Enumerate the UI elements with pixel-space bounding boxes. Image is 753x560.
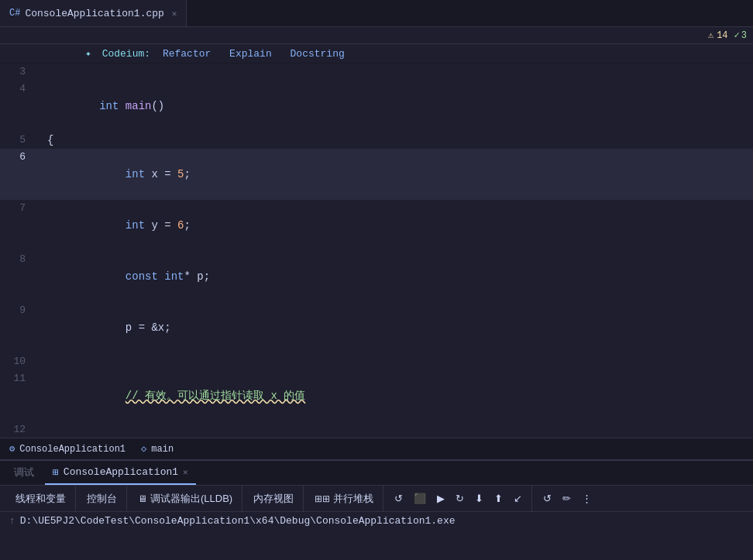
toolbar-section-extra: ↺ ✏ ⋮ xyxy=(534,486,601,511)
line-content-11[interactable]: // 有效。可以通过指针读取 x 的值 xyxy=(44,370,753,421)
tab-close-icon[interactable]: ✕ xyxy=(172,9,177,19)
code-line-4: 4 int main() xyxy=(0,81,753,132)
debug-tab-label: 调试 xyxy=(14,466,34,479)
play-icon: ▶ xyxy=(437,493,445,504)
parallel-stack-btn[interactable]: ⊞⊞ 并行堆栈 xyxy=(310,490,378,508)
more-options-icon: ⋮ xyxy=(582,493,592,504)
function-icon: ◇ xyxy=(141,443,146,455)
line-content-3[interactable] xyxy=(44,64,753,81)
step-out-btn[interactable]: ⬆ xyxy=(490,490,507,507)
line-number-7: 7 xyxy=(0,200,35,251)
parallel-icon: ⊞⊞ xyxy=(315,493,330,504)
status-item-project[interactable]: ⚙ ConsoleApplication1 xyxy=(9,443,126,455)
play-btn[interactable]: ▶ xyxy=(432,490,449,507)
toolbar-section-threads: 线程和变量 xyxy=(6,486,76,511)
check-num: 3 xyxy=(741,30,747,41)
code-line-6: 6 int x = 5; xyxy=(0,149,753,200)
restart-icon: ↻ xyxy=(456,493,464,504)
indent-9: p xyxy=(99,321,138,334)
space2-6 xyxy=(171,168,177,180)
line-content-6[interactable]: int x = 5; xyxy=(44,149,753,200)
tab-bar: C# ConsoleApplication1.cpp ✕ xyxy=(0,0,753,27)
toolbar-section-controls: ↺ ⬛ ▶ ↻ ⬇ ⬆ ↙ xyxy=(385,486,532,511)
step-down-icon: ⬇ xyxy=(475,493,483,504)
threads-variables-btn[interactable]: 线程和变量 xyxy=(11,490,70,508)
line-gutter-3 xyxy=(35,64,44,81)
warning-badge[interactable]: ⚠ 14 xyxy=(708,29,728,41)
semi-7: ; xyxy=(184,219,190,232)
line-number-8: 8 xyxy=(0,251,35,302)
function-label: main xyxy=(151,444,174,455)
indent-8 xyxy=(99,270,126,283)
editor: ✦ Codeium: Refactor Explain Docstring 3 … xyxy=(0,44,753,459)
func-name-4: main xyxy=(126,100,152,112)
edit-icon: ✏ xyxy=(562,493,571,504)
space2-7 xyxy=(171,219,177,232)
comment-11: // 有效。可以通过指针读取 x 的值 xyxy=(126,390,305,402)
console-btn[interactable]: 控制台 xyxy=(82,490,122,508)
keyword-int-7: int xyxy=(126,219,145,232)
codeium-refactor[interactable]: Refactor xyxy=(163,48,211,60)
warning-icon: ⚠ xyxy=(708,29,713,41)
memory-view-btn[interactable]: 内存视图 xyxy=(249,490,298,508)
line-content-9[interactable]: p = &x; xyxy=(44,302,753,353)
status-item-function[interactable]: ◇ main xyxy=(141,443,174,455)
panel-tab-console[interactable]: ⊞ ConsoleApplication1 ✕ xyxy=(45,461,196,485)
line-gutter-12 xyxy=(35,421,44,438)
tab-console-application[interactable]: C# ConsoleApplication1.cpp ✕ xyxy=(0,0,187,26)
project-icon: ⚙ xyxy=(9,443,15,455)
ptr-8: * p; xyxy=(184,270,210,283)
reload-icon: ↺ xyxy=(543,493,552,504)
line-number-5: 5 xyxy=(0,132,35,149)
codeium-docstring[interactable]: Docstring xyxy=(291,48,345,60)
codeium-icon: ✦ xyxy=(85,48,91,60)
indent-7 xyxy=(99,219,126,232)
line-content-8[interactable]: const int* p; xyxy=(44,251,753,302)
code-line-9: 9 p = &x; xyxy=(0,302,753,353)
refresh-icon: ↺ xyxy=(394,493,403,504)
line-number-11: 11 xyxy=(0,370,35,421)
var-x-6: x xyxy=(145,168,164,180)
line-content-4[interactable]: int main() xyxy=(44,81,753,132)
line-gutter-7 xyxy=(35,200,44,251)
code-area[interactable]: 3 4 int main() 5 { 6 int x = 5; xyxy=(0,64,753,438)
line-gutter-5 xyxy=(35,132,44,149)
tab-label: ConsoleApplication1.cpp xyxy=(25,8,163,19)
terminal-area[interactable]: ↑ D:\UE5PJ2\CodeTest\ConsoleApplication1… xyxy=(0,512,753,560)
checkmark-icon: ✓ xyxy=(734,29,740,41)
line-content-10[interactable] xyxy=(44,353,753,370)
toolbar-section-console: 控制台 xyxy=(77,486,127,511)
console-tab-close[interactable]: ✕ xyxy=(183,467,188,477)
line-content-12[interactable]: int value = *p; xyxy=(44,421,753,438)
reload-btn[interactable]: ↺ xyxy=(538,490,556,507)
op-eq-9: = xyxy=(139,321,145,334)
debugger-output-btn[interactable]: 🖥 调试器输出(LLDB) xyxy=(133,490,237,508)
console-label: 控制台 xyxy=(87,492,117,506)
toolbar-section-memory: 内存视图 xyxy=(244,486,304,511)
line-content-7[interactable]: int y = 6; xyxy=(44,200,753,251)
step-up-icon: ⬆ xyxy=(494,493,503,504)
code-line-5: 5 { xyxy=(0,132,753,149)
line-gutter-9 xyxy=(35,302,44,353)
line-content-5[interactable]: { xyxy=(44,132,753,149)
keyword-int-6: int xyxy=(126,168,145,180)
stop-btn[interactable]: ⬛ xyxy=(409,490,431,507)
panel-tab-debug[interactable]: 调试 xyxy=(6,461,42,485)
line-gutter-4 xyxy=(35,81,44,132)
codeium-bar: ✦ Codeium: Refactor Explain Docstring xyxy=(0,44,753,64)
restart-btn[interactable]: ↻ xyxy=(451,490,469,507)
refresh-btn[interactable]: ↺ xyxy=(390,490,407,507)
console-tab-label: ConsoleApplication1 xyxy=(64,466,178,478)
code-line-12: 12 int value = *p; xyxy=(0,421,753,438)
line-number-4: 4 xyxy=(0,81,35,132)
edit-btn[interactable]: ✏ xyxy=(558,490,576,507)
warning-count: 14 xyxy=(717,30,727,41)
terminal-path: ↑ D:\UE5PJ2\CodeTest\ConsoleApplication1… xyxy=(9,515,744,527)
bottom-panel: 调试 ⊞ ConsoleApplication1 ✕ 线程和变量 控制台 🖥 调… xyxy=(0,459,753,560)
code-line-8: 8 const int* p; xyxy=(0,251,753,302)
more-options-btn[interactable]: ⋮ xyxy=(577,490,597,507)
codeium-explain[interactable]: Explain xyxy=(229,48,272,60)
step-over-btn[interactable]: ⬇ xyxy=(470,490,488,507)
step-in-btn[interactable]: ↙ xyxy=(509,490,527,507)
code-line-7: 7 int y = 6; xyxy=(0,200,753,251)
